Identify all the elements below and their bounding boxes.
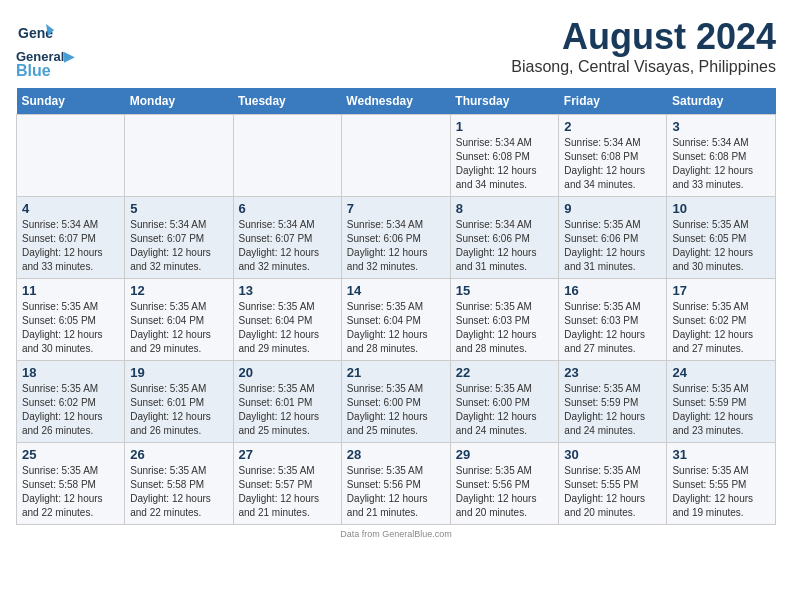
day-number: 27 [239, 447, 336, 462]
calendar-cell: 19Sunrise: 5:35 AM Sunset: 6:01 PM Dayli… [125, 361, 233, 443]
day-info: Sunrise: 5:34 AM Sunset: 6:08 PM Dayligh… [672, 136, 770, 192]
day-info: Sunrise: 5:34 AM Sunset: 6:07 PM Dayligh… [130, 218, 227, 274]
calendar-cell: 1Sunrise: 5:34 AM Sunset: 6:08 PM Daylig… [450, 115, 559, 197]
calendar-cell: 10Sunrise: 5:35 AM Sunset: 6:05 PM Dayli… [667, 197, 776, 279]
day-info: Sunrise: 5:34 AM Sunset: 6:06 PM Dayligh… [456, 218, 554, 274]
calendar-cell: 9Sunrise: 5:35 AM Sunset: 6:06 PM Daylig… [559, 197, 667, 279]
day-number: 26 [130, 447, 227, 462]
logo: General General▶ Blue [16, 16, 74, 80]
calendar-week-4: 18Sunrise: 5:35 AM Sunset: 6:02 PM Dayli… [17, 361, 776, 443]
calendar-cell: 17Sunrise: 5:35 AM Sunset: 6:02 PM Dayli… [667, 279, 776, 361]
day-info: Sunrise: 5:35 AM Sunset: 6:00 PM Dayligh… [456, 382, 554, 438]
calendar-cell: 13Sunrise: 5:35 AM Sunset: 6:04 PM Dayli… [233, 279, 341, 361]
day-number: 3 [672, 119, 770, 134]
calendar-cell: 24Sunrise: 5:35 AM Sunset: 5:59 PM Dayli… [667, 361, 776, 443]
calendar-header-row: SundayMondayTuesdayWednesdayThursdayFrid… [17, 88, 776, 115]
day-info: Sunrise: 5:35 AM Sunset: 5:55 PM Dayligh… [564, 464, 661, 520]
calendar-week-2: 4Sunrise: 5:34 AM Sunset: 6:07 PM Daylig… [17, 197, 776, 279]
day-number: 25 [22, 447, 119, 462]
day-info: Sunrise: 5:35 AM Sunset: 5:59 PM Dayligh… [564, 382, 661, 438]
day-number: 5 [130, 201, 227, 216]
calendar-body: 1Sunrise: 5:34 AM Sunset: 6:08 PM Daylig… [17, 115, 776, 525]
day-number: 30 [564, 447, 661, 462]
day-number: 20 [239, 365, 336, 380]
day-number: 13 [239, 283, 336, 298]
day-info: Sunrise: 5:35 AM Sunset: 6:00 PM Dayligh… [347, 382, 445, 438]
calendar-cell [233, 115, 341, 197]
day-info: Sunrise: 5:35 AM Sunset: 5:56 PM Dayligh… [456, 464, 554, 520]
calendar-cell: 28Sunrise: 5:35 AM Sunset: 5:56 PM Dayli… [341, 443, 450, 525]
title-area: August 2024 Biasong, Central Visayas, Ph… [511, 16, 776, 76]
calendar-cell: 26Sunrise: 5:35 AM Sunset: 5:58 PM Dayli… [125, 443, 233, 525]
calendar-cell: 12Sunrise: 5:35 AM Sunset: 6:04 PM Dayli… [125, 279, 233, 361]
calendar-cell: 8Sunrise: 5:34 AM Sunset: 6:06 PM Daylig… [450, 197, 559, 279]
footer: Data from GeneralBlue.com [16, 529, 776, 539]
day-number: 31 [672, 447, 770, 462]
day-info: Sunrise: 5:34 AM Sunset: 6:08 PM Dayligh… [564, 136, 661, 192]
calendar-cell: 30Sunrise: 5:35 AM Sunset: 5:55 PM Dayli… [559, 443, 667, 525]
day-number: 4 [22, 201, 119, 216]
day-info: Sunrise: 5:35 AM Sunset: 6:02 PM Dayligh… [22, 382, 119, 438]
day-number: 11 [22, 283, 119, 298]
day-number: 8 [456, 201, 554, 216]
day-info: Sunrise: 5:34 AM Sunset: 6:08 PM Dayligh… [456, 136, 554, 192]
day-number: 28 [347, 447, 445, 462]
day-info: Sunrise: 5:35 AM Sunset: 6:03 PM Dayligh… [564, 300, 661, 356]
day-number: 29 [456, 447, 554, 462]
calendar-cell: 31Sunrise: 5:35 AM Sunset: 5:55 PM Dayli… [667, 443, 776, 525]
day-number: 7 [347, 201, 445, 216]
calendar-week-3: 11Sunrise: 5:35 AM Sunset: 6:05 PM Dayli… [17, 279, 776, 361]
calendar-cell: 18Sunrise: 5:35 AM Sunset: 6:02 PM Dayli… [17, 361, 125, 443]
header-cell-monday: Monday [125, 88, 233, 115]
day-number: 12 [130, 283, 227, 298]
day-info: Sunrise: 5:35 AM Sunset: 6:01 PM Dayligh… [130, 382, 227, 438]
day-info: Sunrise: 5:35 AM Sunset: 6:04 PM Dayligh… [130, 300, 227, 356]
day-number: 10 [672, 201, 770, 216]
day-info: Sunrise: 5:34 AM Sunset: 6:07 PM Dayligh… [239, 218, 336, 274]
logo-blue: Blue [16, 62, 51, 80]
day-number: 14 [347, 283, 445, 298]
header: General General▶ Blue August 2024 Biason… [16, 16, 776, 80]
calendar-week-1: 1Sunrise: 5:34 AM Sunset: 6:08 PM Daylig… [17, 115, 776, 197]
day-info: Sunrise: 5:35 AM Sunset: 6:04 PM Dayligh… [347, 300, 445, 356]
calendar-cell: 3Sunrise: 5:34 AM Sunset: 6:08 PM Daylig… [667, 115, 776, 197]
calendar-cell: 22Sunrise: 5:35 AM Sunset: 6:00 PM Dayli… [450, 361, 559, 443]
day-number: 6 [239, 201, 336, 216]
calendar-cell [125, 115, 233, 197]
calendar-cell: 29Sunrise: 5:35 AM Sunset: 5:56 PM Dayli… [450, 443, 559, 525]
day-number: 18 [22, 365, 119, 380]
calendar-week-5: 25Sunrise: 5:35 AM Sunset: 5:58 PM Dayli… [17, 443, 776, 525]
header-cell-tuesday: Tuesday [233, 88, 341, 115]
day-info: Sunrise: 5:35 AM Sunset: 6:01 PM Dayligh… [239, 382, 336, 438]
calendar-cell: 27Sunrise: 5:35 AM Sunset: 5:57 PM Dayli… [233, 443, 341, 525]
header-cell-wednesday: Wednesday [341, 88, 450, 115]
page-title: August 2024 [511, 16, 776, 58]
calendar-table: SundayMondayTuesdayWednesdayThursdayFrid… [16, 88, 776, 525]
day-info: Sunrise: 5:35 AM Sunset: 6:03 PM Dayligh… [456, 300, 554, 356]
header-cell-thursday: Thursday [450, 88, 559, 115]
day-info: Sunrise: 5:35 AM Sunset: 5:59 PM Dayligh… [672, 382, 770, 438]
day-info: Sunrise: 5:34 AM Sunset: 6:06 PM Dayligh… [347, 218, 445, 274]
day-number: 19 [130, 365, 227, 380]
calendar-cell: 21Sunrise: 5:35 AM Sunset: 6:00 PM Dayli… [341, 361, 450, 443]
calendar-cell: 6Sunrise: 5:34 AM Sunset: 6:07 PM Daylig… [233, 197, 341, 279]
day-info: Sunrise: 5:35 AM Sunset: 6:02 PM Dayligh… [672, 300, 770, 356]
calendar-cell: 2Sunrise: 5:34 AM Sunset: 6:08 PM Daylig… [559, 115, 667, 197]
calendar-cell: 15Sunrise: 5:35 AM Sunset: 6:03 PM Dayli… [450, 279, 559, 361]
day-number: 17 [672, 283, 770, 298]
calendar-cell [341, 115, 450, 197]
calendar-cell: 4Sunrise: 5:34 AM Sunset: 6:07 PM Daylig… [17, 197, 125, 279]
header-cell-friday: Friday [559, 88, 667, 115]
page-subtitle: Biasong, Central Visayas, Philippines [511, 58, 776, 76]
calendar-cell: 5Sunrise: 5:34 AM Sunset: 6:07 PM Daylig… [125, 197, 233, 279]
header-cell-saturday: Saturday [667, 88, 776, 115]
calendar-cell [17, 115, 125, 197]
day-info: Sunrise: 5:35 AM Sunset: 6:04 PM Dayligh… [239, 300, 336, 356]
day-number: 15 [456, 283, 554, 298]
calendar-cell: 23Sunrise: 5:35 AM Sunset: 5:59 PM Dayli… [559, 361, 667, 443]
day-number: 1 [456, 119, 554, 134]
day-number: 2 [564, 119, 661, 134]
day-number: 21 [347, 365, 445, 380]
day-number: 24 [672, 365, 770, 380]
day-info: Sunrise: 5:35 AM Sunset: 5:57 PM Dayligh… [239, 464, 336, 520]
